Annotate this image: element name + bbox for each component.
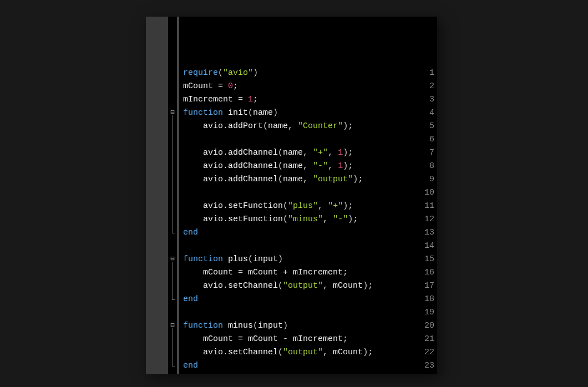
code-line[interactable]: end [183,293,198,306]
token-op: , [328,161,338,171]
token-kw: require [183,68,218,78]
token-id: avio [203,148,223,157]
token-num: 1 [338,161,343,171]
token-kw: function [183,108,223,118]
token-id: avio [203,348,223,357]
code-line[interactable]: mIncrement = 1; [183,93,258,106]
token-fn: init [228,108,248,118]
token-id: avio [203,215,223,224]
token-op: . [223,121,228,131]
token-op: ); [363,348,373,357]
code-line[interactable]: avio.addChannel(name, "output"); [183,173,363,186]
token-op: . [223,148,228,157]
token-op: . [223,348,228,357]
code-area[interactable]: require("avio")mCount = 0;mIncrement = 1… [181,17,437,374]
code-line[interactable]: avio.addChannel(name, "-", 1); [183,160,353,173]
token-plain [183,268,203,277]
token-kw: end [183,228,198,237]
line-number: 5 [418,120,434,133]
token-plain [183,201,203,211]
token-op: ( [218,68,223,78]
token-str: "-" [333,215,348,224]
token-op: ( [278,281,283,291]
code-line[interactable]: avio.setFunction("minus", "-"); [183,213,358,226]
fold-margin[interactable] [168,17,177,374]
token-id: avio [203,161,223,171]
fold-toggle-icon[interactable]: ⊟ [170,323,175,328]
code-line[interactable]: function init(name) [183,106,278,120]
token-str: "plus" [288,201,318,211]
token-id: mCount [333,281,363,291]
line-number: 6 [418,133,434,146]
line-number: 18 [418,293,434,306]
code-line[interactable]: function plus(input) [183,253,283,266]
code-line[interactable]: avio.addChannel(name, "+", 1); [183,146,353,160]
code-line[interactable]: mCount = mCount + mIncrement; [183,266,348,279]
token-id: input [253,254,278,264]
token-op: ) [273,108,278,118]
token-id: avio [203,201,223,211]
line-number: 16 [418,266,434,279]
token-str: "+" [313,148,328,157]
token-op: ) [278,254,283,264]
token-id: mCount [203,334,233,344]
code-line[interactable]: avio.addPort(name, "Counter"); [183,120,353,133]
token-op: ) [253,68,258,78]
code-line[interactable]: avio.setChannel("output", mCount); [183,279,373,293]
code-line[interactable]: mCount = 0; [183,80,238,93]
code-line[interactable]: require("avio") [183,67,258,80]
fold-guide-line [172,328,173,366]
token-id: mIncrement [293,334,343,344]
fold-toggle-icon[interactable]: ⊟ [170,256,175,262]
token-op: ( [263,121,268,131]
token-str: "output" [313,175,353,184]
token-id: avio [203,175,223,184]
line-number: 2 [418,80,434,93]
token-id: mIncrement [293,268,343,277]
token-fn: plus [228,254,248,264]
fold-toggle-icon[interactable]: ⊟ [170,110,175,115]
token-id: mCount [248,334,278,344]
code-line[interactable]: function minus(input) [183,319,288,333]
token-id: name [268,121,288,131]
code-line[interactable]: end [183,226,198,240]
token-op: = [233,95,248,104]
token-op: ( [248,108,253,118]
token-op: ); [348,215,358,224]
token-op: ); [343,121,353,131]
line-number: 1 [418,67,434,80]
token-op: , [323,281,333,291]
token-op: , [318,201,328,211]
token-op: ; [253,95,258,104]
token-fn: addChannel [228,175,278,184]
token-id: name [283,148,303,157]
token-op: ( [278,175,283,184]
token-op: , [288,121,298,131]
code-line[interactable]: end [183,359,198,373]
token-plain [223,254,228,264]
token-op: ; [343,334,348,344]
token-plain [183,334,203,344]
token-plain [183,161,203,171]
line-number: 9 [418,173,434,186]
line-number: 15 [418,253,434,266]
line-number: 10 [418,186,434,200]
token-id: mCount [333,348,363,357]
code-line[interactable]: mCount = mCount - mIncrement; [183,333,348,346]
token-op: . [223,175,228,184]
line-number: 7 [418,146,434,160]
token-fn: setFunction [228,215,283,224]
token-str: "output" [283,348,323,357]
code-line[interactable]: avio.setFunction("plus", "+"); [183,200,353,213]
token-id: mCount [203,268,233,277]
token-fn: addChannel [228,161,278,171]
token-num: 0 [228,82,233,91]
code-line[interactable]: avio.setChannel("output", mCount); [183,346,373,359]
token-op: ( [283,201,288,211]
token-op: ( [278,348,283,357]
token-id: input [258,321,283,330]
line-number: 11 [418,200,434,213]
code-editor[interactable]: require("avio")mCount = 0;mIncrement = 1… [146,17,437,374]
fold-end-icon [172,233,175,233]
token-op: ( [278,161,283,171]
